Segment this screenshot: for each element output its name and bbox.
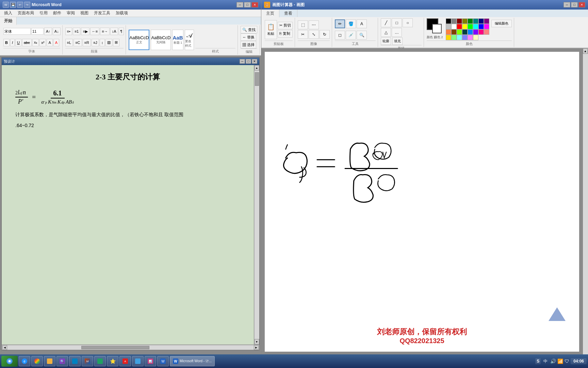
paint-v-track[interactable]: [583, 54, 588, 355]
tray-speaker-icon[interactable]: 🔊: [550, 358, 556, 364]
sub-close-btn[interactable]: ✕: [252, 59, 257, 64]
highlight-btn[interactable]: A: [47, 39, 52, 46]
select-rect-btn[interactable]: ⬚: [298, 20, 308, 29]
paint-close-btn[interactable]: ✕: [578, 2, 585, 7]
pencil-btn[interactable]: ✏: [335, 19, 345, 28]
copy-btn[interactable]: ⎘ 复制: [278, 30, 293, 37]
swatch-gold[interactable]: [446, 35, 451, 40]
swatch-magenta[interactable]: [484, 24, 489, 29]
font-name-input[interactable]: [3, 28, 31, 35]
swatch-navy[interactable]: [478, 18, 484, 24]
justify-btn[interactable]: ≡J: [92, 39, 99, 46]
scroll-track[interactable]: [255, 71, 259, 339]
shape-line-btn[interactable]: ╱: [381, 18, 391, 27]
menu-addins[interactable]: 加载项: [113, 10, 131, 17]
select-free-btn[interactable]: ⋯: [309, 20, 319, 29]
taskbar-ie-btn[interactable]: e: [19, 356, 30, 366]
paint-tab-view[interactable]: 查看: [279, 10, 297, 17]
scroll-thumb[interactable]: [255, 72, 259, 86]
swatch-green[interactable]: [468, 18, 473, 24]
tray-security-icon[interactable]: 🛡: [565, 358, 569, 364]
swatch-lightpink[interactable]: [468, 35, 473, 40]
sub-minimize-btn[interactable]: ─: [240, 59, 245, 64]
minimize-btn[interactable]: ─: [236, 2, 243, 7]
swatch-darkred[interactable]: [457, 18, 462, 24]
paint-restore-btn[interactable]: □: [571, 2, 578, 7]
swatch-red[interactable]: [457, 24, 462, 29]
swatch-lightyellow[interactable]: [473, 35, 478, 40]
swatch-gray[interactable]: [451, 18, 457, 24]
paint-tab-home[interactable]: 主页: [261, 10, 279, 18]
swatch-blue[interactable]: [478, 24, 484, 29]
swatch-azure[interactable]: [468, 29, 473, 35]
taskbar-search-btn[interactable]: 🔍: [56, 356, 68, 366]
swatch-black[interactable]: [446, 18, 451, 24]
horizontal-scrollbar[interactable]: ◄ ►: [2, 344, 259, 350]
swatch-teal[interactable]: [473, 18, 478, 24]
swatch-cyan[interactable]: [473, 24, 478, 29]
style-heading1[interactable]: AaB 标题 1: [172, 30, 183, 50]
color-picker-btn[interactable]: 💉: [346, 31, 356, 40]
taskbar-chrome-btn[interactable]: [31, 356, 43, 366]
tray-network-icon[interactable]: 📶: [557, 358, 563, 364]
taskbar-word-large-btn[interactable]: W Microsoft Word - 计...: [170, 356, 215, 366]
scroll-down-btn[interactable]: ▼: [255, 339, 259, 344]
swatch-violet[interactable]: [473, 29, 478, 35]
tray-ime-icon[interactable]: S: [535, 358, 541, 364]
scroll-up-btn[interactable]: ▲: [255, 65, 259, 71]
find-btn[interactable]: 🔍 查找: [241, 26, 257, 33]
swatch-orange[interactable]: [446, 29, 451, 35]
swatch-periwinkle[interactable]: [462, 35, 468, 40]
undo-qa-btn[interactable]: ↩: [17, 2, 23, 8]
swatch-darkgreen[interactable]: [462, 29, 468, 35]
borders-btn[interactable]: ⊞: [113, 39, 119, 46]
menu-review[interactable]: 审阅: [64, 10, 78, 17]
superscript-btn[interactable]: x²: [39, 39, 46, 46]
style-nospace[interactable]: AaBbCcD 无间隔: [151, 30, 171, 50]
align-left-btn[interactable]: ≡L: [65, 39, 73, 46]
text-btn[interactable]: A: [357, 19, 367, 28]
shape-rect-btn[interactable]: □: [392, 18, 402, 27]
sub-restore-btn[interactable]: □: [246, 59, 251, 64]
fill-btn[interactable]: 🪣: [346, 19, 356, 28]
bullets-btn[interactable]: ≡•: [65, 28, 72, 35]
shape-ellipse-btn[interactable]: ○: [403, 18, 413, 27]
taskbar-files-btn[interactable]: [69, 356, 81, 366]
indent-decrease-btn[interactable]: ←≡: [90, 28, 99, 35]
swatch-lightgreen[interactable]: [451, 35, 457, 40]
strikethrough-btn[interactable]: abc: [22, 39, 32, 46]
shape-more-btn[interactable]: …: [392, 28, 402, 37]
menu-layout[interactable]: 页面布局: [15, 10, 37, 17]
subscript-btn[interactable]: x₂: [32, 39, 39, 46]
cut-btn[interactable]: ✂ 剪切: [278, 22, 293, 29]
more-colors-btn[interactable]: 编辑颜色: [491, 20, 512, 27]
paint-minimize-btn[interactable]: ─: [564, 2, 570, 7]
decrease-font-btn[interactable]: A↓: [53, 28, 61, 35]
magnifier-btn[interactable]: 🔍: [357, 31, 367, 40]
swatch-silver[interactable]: [446, 24, 451, 29]
save-qa-btn[interactable]: 💾: [10, 2, 16, 8]
style-normal[interactable]: AaBbCcD 正文: [129, 30, 149, 50]
sort-btn[interactable]: ↕A: [110, 28, 118, 35]
outline-btn[interactable]: ≡▶: [81, 28, 89, 35]
align-center-btn[interactable]: ≡C: [74, 39, 82, 46]
redo-qa-btn[interactable]: ↪: [24, 2, 30, 8]
increase-font-btn[interactable]: A↑: [44, 28, 52, 35]
tray-clock[interactable]: 04:06: [571, 358, 587, 364]
paint-scroll-up[interactable]: ▲: [583, 48, 588, 54]
menu-references[interactable]: 引用: [37, 10, 50, 17]
taskbar-folder-btn[interactable]: [44, 356, 55, 366]
swatch-rose[interactable]: [478, 29, 484, 35]
taskbar-star-btn[interactable]: ⭐: [107, 356, 118, 366]
italic-btn[interactable]: I: [10, 39, 15, 46]
h-scroll-track[interactable]: [7, 346, 254, 350]
menu-developer[interactable]: 开发工具: [91, 10, 113, 17]
swatch-chartreuse[interactable]: [457, 29, 462, 35]
start-button[interactable]: [1, 356, 18, 367]
rotate-btn[interactable]: ↻: [320, 30, 330, 39]
tab-home[interactable]: 开始: [0, 17, 17, 25]
paint-canvas[interactable]: 刘老师原创，保留所有权利 QQ822021325: [265, 52, 579, 352]
restore-btn[interactable]: □: [244, 2, 251, 7]
paint-v-scrollbar[interactable]: ▲ ▼: [583, 48, 588, 361]
taskbar-3d-btn[interactable]: [94, 356, 106, 366]
